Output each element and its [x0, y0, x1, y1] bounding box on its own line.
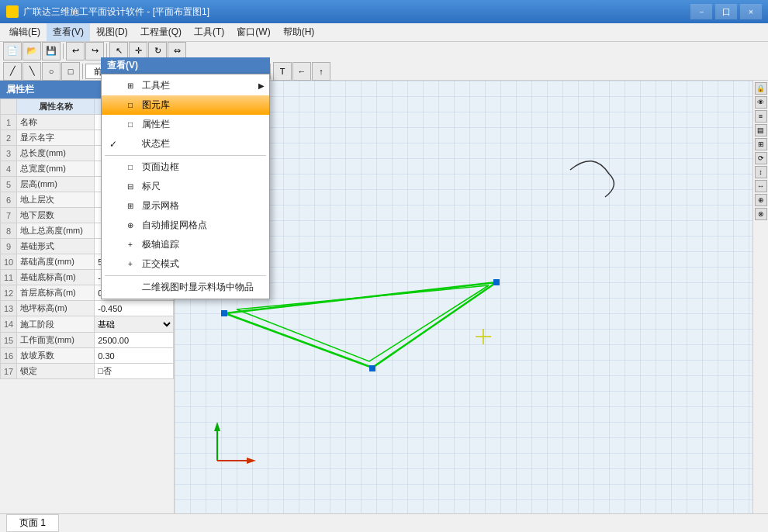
arrow-btn[interactable]: ← [292, 62, 311, 81]
right-btn-7[interactable]: ↕ [755, 166, 767, 178]
menu-help[interactable]: 帮助(H) [277, 23, 321, 41]
col-num-header [1, 99, 17, 115]
tool-btn-3[interactable]: ○ [42, 62, 61, 81]
polar-label: 极轴追踪 [142, 238, 179, 251]
separator-1 [105, 155, 266, 156]
toolbar-sep1 [63, 43, 64, 59]
menu-viewd[interactable]: 视图(D) [90, 23, 134, 41]
right-btn-6[interactable]: ⟳ [755, 152, 767, 164]
tool-btn-1[interactable]: ╱ [3, 62, 22, 81]
snapgrid-label: 自动捕捉网格点 [142, 219, 207, 232]
minimize-button[interactable]: － [690, 4, 712, 19]
elemlib-icon: □ [123, 101, 137, 109]
ruler-icon: ⊟ [123, 182, 137, 191]
right-btn-2[interactable]: 👁 [755, 96, 767, 109]
toolbar-sep2 [106, 43, 107, 59]
showgrid-icon: ⊞ [123, 202, 137, 210]
toolbar-item-label: 工具栏 [142, 79, 170, 92]
handle-right [493, 279, 500, 285]
table-row: 13 地坪标高(m) -0.450 [1, 301, 174, 316]
showgrid-label: 显示网格 [142, 199, 179, 212]
menu-statusbar-item[interactable]: ✓ 状态栏 [102, 134, 269, 154]
right-btn-1[interactable]: 🔒 [755, 82, 767, 95]
handle-bottom [369, 365, 375, 371]
handle-left [221, 310, 227, 316]
menu-edit[interactable]: 编辑(E) [3, 23, 47, 41]
maximize-button[interactable]: 口 [715, 4, 737, 19]
menu-polar-item[interactable]: + 极轴追踪 [102, 235, 269, 254]
right-btn-3[interactable]: ≡ [755, 110, 767, 123]
text-btn[interactable]: T [273, 62, 292, 81]
view-menu-header: 查看(V) [101, 57, 270, 74]
menu-showgrid-item[interactable]: ⊞ 显示网格 [102, 196, 269, 216]
new-button[interactable]: 📄 [3, 42, 22, 60]
table-row: 17 锁定 □否 [1, 364, 174, 379]
menu-ortho-item[interactable]: + 正交模式 [102, 254, 269, 274]
menu-engineering[interactable]: 工程量(Q) [134, 23, 188, 41]
status-bar: 页面 1 [0, 513, 768, 532]
axis-y-arrow [214, 422, 220, 431]
menu-elemlib-item[interactable]: □ 图元库 [102, 95, 269, 115]
right-btn-10[interactable]: ⊗ [755, 208, 767, 220]
curve-shape [570, 161, 614, 197]
title-controls: － 口 × [690, 4, 762, 19]
snapgrid-icon: ⊕ [123, 221, 137, 230]
menu-tools[interactable]: 工具(T) [188, 23, 230, 41]
tool-btn-4[interactable]: □ [61, 62, 80, 81]
elemlib-label: 图元库 [142, 98, 170, 112]
app-icon [6, 5, 19, 18]
polar-icon: + [123, 240, 137, 249]
menu-toolbar-item[interactable]: ⊞ 工具栏 ▶ [102, 76, 269, 95]
menu-window[interactable]: 窗口(W) [230, 23, 276, 41]
phase-select[interactable]: 基础 [95, 316, 173, 332]
menu-snapgrid-item[interactable]: ⊕ 自动捕捉网格点 [102, 216, 269, 235]
right-btn-9[interactable]: ⊕ [755, 194, 767, 206]
toolbar-sep3 [82, 64, 83, 79]
table-row: 15 工作面宽(mm) 2500.00 [1, 333, 174, 348]
toolbar-icon: ⊞ [123, 81, 137, 90]
show3ditems-label: 二维视图时显示料场中物品 [142, 281, 254, 294]
table-row: 16 放坡系数 0.30 [1, 348, 174, 364]
dropdown-overlay: 查看(V) ⊞ 工具栏 ▶ □ 图元库 □ 属性栏 ✓ 状态栏 [101, 57, 270, 299]
right-sidebar: 🔒 👁 ≡ ▤ ⊞ ⟳ ↕ ↔ ⊕ ⊗ [752, 81, 768, 513]
check-icon-statusbar: ✓ [108, 139, 119, 150]
menu-attrbar-item[interactable]: □ 属性栏 [102, 115, 269, 134]
ortho-label: 正交模式 [142, 257, 179, 271]
title-bar-left: 广联达三维施工平面设计软件 - [平面布置图1] [6, 5, 209, 19]
right-btn-4[interactable]: ▤ [755, 124, 767, 136]
view-menu-label: 查看(V) [107, 59, 138, 72]
more-btn1[interactable]: ↑ [312, 62, 330, 81]
open-button[interactable]: 📂 [22, 42, 41, 60]
toolbar-sep5 [270, 64, 271, 79]
close-button[interactable]: × [740, 4, 762, 19]
menu-view[interactable]: 查看(V) [47, 23, 90, 41]
save-button[interactable]: 💾 [42, 42, 61, 60]
pageborder-icon: □ [123, 163, 137, 171]
statusbar-label: 状态栏 [142, 137, 170, 150]
ruler-label: 标尺 [142, 180, 161, 193]
axis-x-arrow [247, 458, 256, 464]
tool-btn-2[interactable]: ╲ [22, 62, 41, 81]
menu-pageborder-item[interactable]: □ 页面边框 [102, 157, 269, 177]
attrbar-icon: □ [123, 120, 137, 129]
title-bar: 广联达三维施工平面设计软件 - [平面布置图1] － 口 × [0, 0, 768, 23]
attrbar-label: 属性栏 [142, 118, 170, 131]
view-dropdown-menu: ⊞ 工具栏 ▶ □ 图元库 □ 属性栏 ✓ 状态栏 □ 页面边框 [101, 74, 270, 299]
col-name-header: 属性名称 [17, 99, 95, 115]
menu-show3ditems-item[interactable]: 二维视图时显示料场中物品 [102, 278, 269, 297]
pageborder-label: 页面边框 [142, 161, 179, 174]
table-row: 14 施工阶段 基础 [1, 316, 174, 333]
separator-2 [105, 275, 266, 276]
right-btn-5[interactable]: ⊞ [755, 138, 767, 150]
ortho-icon: + [123, 260, 137, 268]
title-text: 广联达三维施工平面设计软件 - [平面布置图1] [23, 5, 209, 19]
page-tab[interactable]: 页面 1 [6, 514, 59, 532]
menu-ruler-item[interactable]: ⊟ 标尺 [102, 177, 269, 196]
menu-bar: 编辑(E) 查看(V) 视图(D) 工程量(Q) 工具(T) 窗口(W) 帮助(… [0, 23, 768, 42]
submenu-arrow-icon: ▶ [258, 81, 265, 90]
undo-button[interactable]: ↩ [66, 42, 85, 60]
right-btn-8[interactable]: ↔ [755, 180, 767, 192]
